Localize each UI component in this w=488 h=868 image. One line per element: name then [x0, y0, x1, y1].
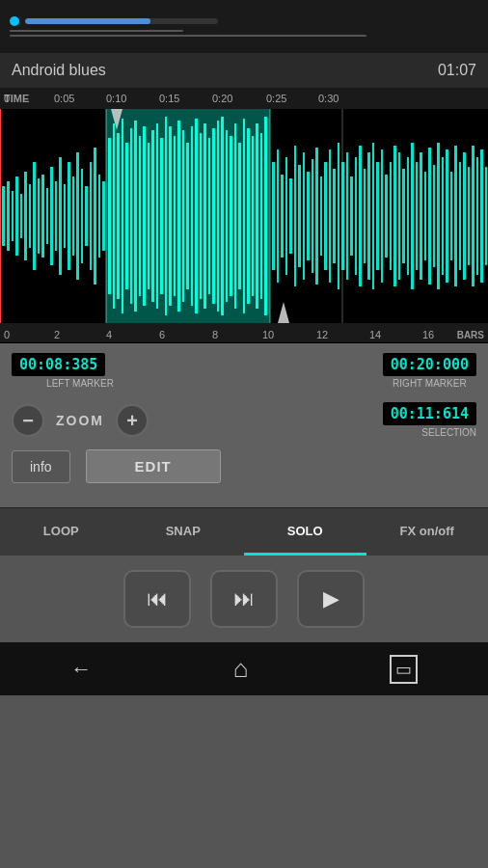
zoom-out-button[interactable]: −	[12, 404, 44, 437]
svg-rect-103	[446, 149, 448, 283]
svg-rect-3	[7, 181, 10, 251]
bar-4: 4	[106, 329, 112, 340]
zoom-label: ZOOM	[56, 413, 104, 428]
svg-rect-38	[160, 138, 163, 294]
time-mark-6: 0:30	[318, 93, 339, 104]
tab-snap[interactable]: SNAP	[122, 508, 245, 556]
bar-8: 8	[212, 329, 218, 340]
svg-rect-30	[125, 143, 128, 289]
svg-rect-96	[416, 162, 418, 270]
svg-rect-47	[200, 133, 202, 299]
svg-rect-59	[252, 136, 254, 296]
tab-fx[interactable]: FX on/off	[366, 508, 489, 556]
markers-row: 00:08:385 LEFT MARKER − ZOOM + 00:20:000…	[12, 353, 476, 438]
svg-rect-98	[424, 172, 426, 260]
svg-rect-56	[238, 143, 241, 289]
play-icon: ▶	[323, 586, 339, 611]
bar-6: 6	[159, 329, 165, 340]
svg-rect-55	[234, 123, 236, 309]
svg-rect-86	[372, 143, 374, 289]
svg-rect-71	[307, 172, 310, 260]
svg-rect-12	[46, 188, 48, 244]
svg-rect-70	[303, 152, 305, 280]
tab-loop[interactable]: LOOP	[0, 508, 122, 556]
svg-rect-80	[346, 152, 348, 280]
svg-rect-109	[472, 146, 474, 286]
svg-rect-94	[407, 157, 409, 275]
svg-rect-53	[226, 130, 228, 302]
waveform-svg	[0, 109, 488, 323]
recent-button[interactable]: ▭	[390, 655, 418, 684]
right-marker: 00:20:000 RIGHT MARKER	[383, 353, 476, 389]
svg-rect-111	[480, 149, 483, 283]
svg-rect-35	[148, 143, 149, 289]
svg-rect-107	[463, 152, 466, 280]
svg-rect-110	[476, 157, 478, 275]
playback-bar: ⏮ ⏭ ▶	[0, 556, 488, 642]
svg-rect-19	[76, 152, 79, 280]
svg-rect-93	[402, 169, 405, 263]
bar-10: 10	[262, 329, 274, 340]
svg-rect-81	[350, 176, 353, 256]
track-name: Android blues	[12, 62, 106, 79]
svg-rect-14	[55, 181, 57, 251]
next-button[interactable]: ⏭	[210, 570, 278, 628]
bar-14: 14	[369, 329, 381, 340]
next-icon: ⏭	[233, 586, 255, 611]
svg-rect-76	[329, 149, 331, 283]
play-button[interactable]: ▶	[297, 570, 365, 628]
selection-marker: 00:11:614 SELECTION	[383, 402, 476, 438]
svg-rect-26	[108, 138, 111, 294]
svg-rect-87	[376, 162, 379, 270]
svg-rect-99	[428, 148, 431, 285]
svg-rect-108	[468, 167, 470, 265]
svg-rect-16	[64, 184, 66, 248]
back-button[interactable]: ←	[70, 657, 92, 682]
nav-bar: ← ⌂ ▭	[0, 642, 488, 695]
svg-rect-15	[59, 157, 62, 275]
svg-rect-42	[177, 121, 180, 312]
svg-rect-65	[281, 175, 284, 258]
bar-0: 0	[4, 329, 10, 340]
tabs-bar: LOOP SNAP SOLO FX on/off	[0, 507, 488, 556]
left-marker: 00:08:385 LEFT MARKER	[12, 353, 149, 389]
svg-rect-90	[390, 162, 392, 270]
svg-rect-82	[355, 157, 357, 275]
edit-button[interactable]: EDIT	[86, 449, 221, 483]
svg-rect-45	[191, 126, 193, 306]
svg-rect-57	[243, 119, 245, 313]
svg-rect-104	[450, 172, 452, 260]
svg-rect-101	[437, 143, 440, 289]
prev-button[interactable]: ⏮	[123, 570, 191, 628]
svg-rect-28	[117, 133, 120, 299]
svg-rect-85	[367, 152, 370, 280]
svg-rect-39	[165, 117, 167, 315]
zoom-controls: − ZOOM +	[12, 404, 149, 437]
svg-rect-106	[459, 162, 461, 270]
svg-rect-36	[151, 130, 154, 302]
waveform-container: TIME 0 0:05 0:10 0:15 0:20 0:25 0:30	[0, 88, 488, 343]
status-lines	[10, 30, 478, 37]
svg-rect-37	[156, 123, 158, 309]
home-button[interactable]: ⌂	[233, 654, 249, 684]
svg-rect-75	[324, 162, 327, 270]
zoom-in-button[interactable]: +	[116, 404, 149, 437]
progress-bar	[25, 18, 218, 24]
svg-rect-25	[102, 181, 105, 251]
time-mark-3: 0:15	[159, 93, 179, 104]
svg-rect-92	[398, 152, 400, 280]
action-buttons: info EDIT	[12, 449, 476, 483]
time-mark-5: 0:25	[266, 93, 286, 104]
svg-rect-23	[94, 148, 96, 285]
tab-solo[interactable]: SOLO	[244, 508, 366, 556]
time-ruler: TIME 0 0:05 0:10 0:15 0:20 0:25 0:30	[0, 88, 488, 109]
svg-rect-43	[182, 130, 184, 302]
svg-rect-63	[272, 162, 275, 270]
waveform-display[interactable]	[0, 109, 488, 323]
info-button[interactable]: info	[12, 450, 70, 483]
status-line-2	[10, 35, 366, 37]
svg-rect-31	[130, 128, 132, 304]
svg-rect-22	[90, 162, 92, 270]
svg-rect-112	[485, 167, 487, 265]
svg-rect-49	[208, 138, 210, 294]
